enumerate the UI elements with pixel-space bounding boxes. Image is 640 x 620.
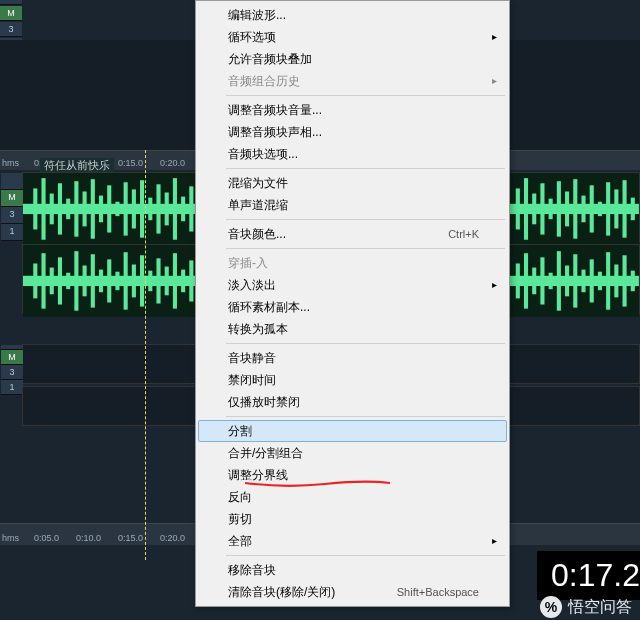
svg-rect-52 xyxy=(140,255,144,306)
menu-item[interactable]: 允许音频块叠加 xyxy=(198,48,507,70)
svg-rect-16 xyxy=(148,198,152,221)
menu-item[interactable]: 混缩为文件 xyxy=(198,172,507,194)
menu-item-label: 移除音块 xyxy=(228,562,276,578)
menu-item[interactable]: 分割 xyxy=(198,420,507,442)
menu-item[interactable]: 循环选项 xyxy=(198,26,507,48)
menu-item[interactable]: 移除音块 xyxy=(198,559,507,581)
menu-item-label: 禁闭时间 xyxy=(228,372,276,388)
svg-rect-73 xyxy=(631,271,635,292)
svg-rect-30 xyxy=(581,196,585,223)
svg-rect-69 xyxy=(598,272,602,290)
menu-item[interactable]: 全部 xyxy=(198,530,507,552)
svg-rect-72 xyxy=(623,255,627,306)
ruler-hms: hms xyxy=(2,158,19,168)
track-btn[interactable]: 3 xyxy=(1,207,23,224)
menu-shortcut: Ctrl+K xyxy=(448,226,479,242)
menu-item-label: 分割 xyxy=(228,423,252,439)
clip-label: 符任从前快乐 xyxy=(40,158,114,173)
svg-rect-34 xyxy=(614,189,618,228)
ruler-tick: 0:20.0 xyxy=(160,533,185,543)
svg-rect-47 xyxy=(99,270,103,293)
menu-item[interactable]: 淡入淡出 xyxy=(198,274,507,296)
ruler-tick: 0:10.0 xyxy=(76,533,101,543)
svg-rect-9 xyxy=(91,179,95,239)
menu-item-label: 穿插-入 xyxy=(228,255,268,271)
menu-item[interactable]: 剪切 xyxy=(198,508,507,530)
menu-item-label: 音块颜色... xyxy=(228,226,286,242)
menu-separator xyxy=(226,168,505,169)
svg-rect-21 xyxy=(189,186,193,231)
track-btn[interactable]: 1 xyxy=(1,380,23,395)
track-btn[interactable]: 1 xyxy=(1,224,23,241)
menu-item[interactable]: 调整音频块音量... xyxy=(198,99,507,121)
track-btn[interactable]: 3 xyxy=(0,22,22,37)
svg-rect-3 xyxy=(41,178,45,240)
track-btn[interactable] xyxy=(1,173,23,190)
ruler-tick: 0:15.0 xyxy=(118,533,143,543)
svg-rect-41 xyxy=(50,268,54,295)
menu-item-label: 清除音块(移除/关闭) xyxy=(228,584,335,600)
svg-rect-26 xyxy=(549,199,553,220)
menu-item[interactable]: 调整音频块声相... xyxy=(198,121,507,143)
menu-separator xyxy=(226,555,505,556)
menu-item[interactable]: 反向 xyxy=(198,486,507,508)
menu-item: 音频组合历史 xyxy=(198,70,507,92)
svg-rect-7 xyxy=(74,181,78,236)
track-btn[interactable] xyxy=(0,0,22,5)
menu-item[interactable]: 音块颜色...Ctrl+K xyxy=(198,223,507,245)
playhead[interactable] xyxy=(145,150,146,560)
menu-item-label: 允许音频块叠加 xyxy=(228,51,312,67)
menu-item-label: 合并/分割组合 xyxy=(228,445,303,461)
menu-item[interactable]: 仅播放时禁闭 xyxy=(198,391,507,413)
svg-rect-39 xyxy=(33,263,37,298)
svg-rect-50 xyxy=(124,252,128,309)
menu-item[interactable]: 单声道混缩 xyxy=(198,194,507,216)
menu-item[interactable]: 禁闭时间 xyxy=(198,369,507,391)
watermark: % 悟空问答 xyxy=(540,596,632,618)
svg-rect-55 xyxy=(165,267,169,296)
menu-item[interactable]: 清除音块(移除/关闭)Shift+Backspace xyxy=(198,581,507,603)
svg-rect-70 xyxy=(606,252,610,309)
menu-item[interactable]: 音块静音 xyxy=(198,347,507,369)
svg-rect-32 xyxy=(598,202,602,216)
track-btn[interactable]: 3 xyxy=(1,365,23,380)
mute-button[interactable]: M xyxy=(1,190,23,207)
svg-rect-10 xyxy=(99,196,103,223)
svg-rect-48 xyxy=(107,259,111,302)
menu-separator xyxy=(226,416,505,417)
svg-rect-33 xyxy=(606,182,610,235)
menu-item-label: 循环素材副本... xyxy=(228,299,310,315)
svg-rect-65 xyxy=(565,266,569,297)
svg-rect-66 xyxy=(573,254,577,307)
svg-rect-17 xyxy=(156,184,160,233)
menu-item-label: 调整分界线 xyxy=(228,467,288,483)
menu-item[interactable]: 循环素材副本... xyxy=(198,296,507,318)
svg-rect-36 xyxy=(631,198,635,221)
menu-item[interactable]: 编辑波形... xyxy=(198,4,507,26)
menu-item-label: 剪切 xyxy=(228,511,252,527)
svg-rect-57 xyxy=(181,270,185,293)
menu-item-label: 反向 xyxy=(228,489,252,505)
menu-item[interactable]: 转换为孤本 xyxy=(198,318,507,340)
svg-rect-51 xyxy=(132,265,136,298)
menu-item[interactable]: 音频块选项... xyxy=(198,143,507,165)
menu-item-label: 混缩为文件 xyxy=(228,175,288,191)
svg-rect-24 xyxy=(532,194,536,225)
menu-item: 穿插-入 xyxy=(198,252,507,274)
svg-rect-5 xyxy=(58,183,62,234)
svg-rect-64 xyxy=(557,251,561,311)
time-display: 0:17.2 xyxy=(537,551,640,600)
ruler-tick: 0:15.0 xyxy=(118,158,143,168)
menu-separator xyxy=(226,248,505,249)
svg-rect-15 xyxy=(140,180,144,237)
menu-item-label: 调整音频块音量... xyxy=(228,102,322,118)
svg-rect-14 xyxy=(132,189,136,228)
menu-item-label: 全部 xyxy=(228,533,252,549)
svg-rect-20 xyxy=(181,197,185,222)
mute-button[interactable]: M xyxy=(1,350,23,365)
svg-rect-8 xyxy=(83,191,87,226)
mute-button[interactable]: M xyxy=(0,6,22,21)
svg-rect-46 xyxy=(91,254,95,307)
menu-item[interactable]: 合并/分割组合 xyxy=(198,442,507,464)
menu-item[interactable]: 调整分界线 xyxy=(198,464,507,486)
